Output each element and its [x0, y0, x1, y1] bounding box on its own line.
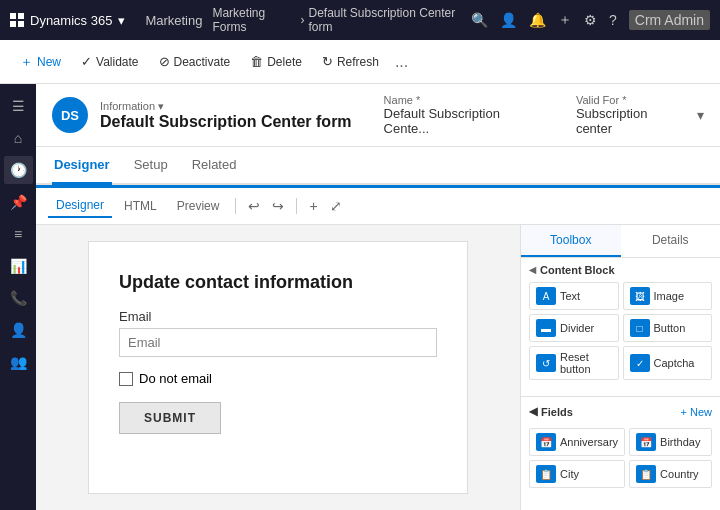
- toolbox-item-divider[interactable]: ▬ Divider: [529, 314, 619, 342]
- content-block-toggle[interactable]: ◀: [529, 265, 536, 275]
- field-validfor-label: Valid For *: [576, 94, 685, 106]
- reset-icon: ↺: [536, 354, 556, 372]
- undo-button[interactable]: ↩: [244, 196, 264, 216]
- form-container: Update contact information Email Do not …: [88, 241, 468, 494]
- toolbox-scroll: ◀ Content Block A Text 🖼 Image: [521, 258, 720, 510]
- new-button[interactable]: ＋ New: [12, 49, 69, 75]
- submit-button[interactable]: SUBMIT: [119, 402, 221, 434]
- refresh-button[interactable]: ↻ Refresh: [314, 50, 387, 73]
- fields-grid: 📅 Anniversary 📅 Birthday 📋 City: [529, 428, 712, 488]
- refresh-icon: ↻: [322, 54, 333, 69]
- grid-icon: [10, 13, 24, 27]
- text-icon: A: [536, 287, 556, 305]
- main-content: DS Information ▾ Default Subscription Ce…: [36, 84, 720, 510]
- fields-header-text: ◀ Fields: [529, 405, 573, 418]
- field-name-value[interactable]: Default Subscription Cente...: [384, 106, 546, 136]
- validate-button[interactable]: ✓ Validate: [73, 50, 146, 73]
- toolbox-tab-toolbox[interactable]: Toolbox: [521, 225, 621, 257]
- top-nav: Dynamics 365 ▾ Marketing Marketing Forms…: [0, 0, 720, 40]
- breadcrumb: Marketing Forms › Default Subscription C…: [212, 6, 471, 34]
- record-info: Information ▾ Default Subscription Cente…: [100, 100, 352, 131]
- sidebar-chart-icon[interactable]: 📊: [4, 252, 33, 280]
- sidebar-group-icon[interactable]: 👥: [4, 348, 33, 376]
- deactivate-icon: ⊘: [159, 54, 170, 69]
- plus-icon[interactable]: ＋: [558, 11, 572, 29]
- do-not-email-checkbox[interactable]: [119, 372, 133, 386]
- sidebar-recent-icon[interactable]: 🕐: [4, 156, 33, 184]
- bell-icon[interactable]: 🔔: [529, 12, 546, 28]
- record-field-validfor: Valid For * Subscription center: [576, 94, 685, 136]
- designer-mode-tab[interactable]: Designer: [48, 194, 112, 218]
- preview-mode-tab[interactable]: Preview: [169, 195, 228, 217]
- html-mode-tab[interactable]: HTML: [116, 195, 165, 217]
- sidebar-list-icon[interactable]: ≡: [8, 220, 28, 248]
- deactivate-button[interactable]: ⊘ Deactivate: [151, 50, 239, 73]
- record-expand-icon[interactable]: ▾: [697, 107, 704, 123]
- new-field-link[interactable]: + New: [681, 406, 713, 418]
- help-icon[interactable]: ?: [609, 12, 617, 28]
- fields-header: ◀ Fields + New: [521, 401, 720, 422]
- tab-designer[interactable]: Designer: [52, 147, 112, 185]
- contact-icon[interactable]: 👤: [500, 12, 517, 28]
- anniversary-icon: 📅: [536, 433, 556, 451]
- tab-setup[interactable]: Setup: [132, 147, 170, 185]
- delete-button[interactable]: 🗑 Delete: [242, 50, 310, 73]
- delete-icon: 🗑: [250, 54, 263, 69]
- tab-related[interactable]: Related: [190, 147, 239, 185]
- captcha-icon: ✓: [630, 354, 650, 372]
- toolbox-item-button[interactable]: □ Button: [623, 314, 713, 342]
- validate-icon: ✓: [81, 54, 92, 69]
- toolbox-divider: [521, 396, 720, 397]
- country-icon: 📋: [636, 465, 656, 483]
- nav-section: Marketing: [135, 13, 212, 28]
- fields-toggle[interactable]: ◀: [529, 405, 537, 418]
- record-type-chevron[interactable]: ▾: [158, 100, 164, 113]
- sidebar-home-icon[interactable]: ⌂: [8, 124, 28, 152]
- sidebar-menu-icon[interactable]: ☰: [6, 92, 31, 120]
- birthday-icon: 📅: [636, 433, 656, 451]
- record-header: DS Information ▾ Default Subscription Ce…: [36, 84, 720, 147]
- button-icon: □: [630, 319, 650, 337]
- nav-icons: 🔍 👤 🔔 ＋ ⚙ ? Crm Admin: [471, 10, 710, 30]
- designer-body: Update contact information Email Do not …: [36, 225, 720, 510]
- redo-button[interactable]: ↪: [268, 196, 288, 216]
- avatar: DS: [52, 97, 88, 133]
- field-validfor-value[interactable]: Subscription center: [576, 106, 685, 136]
- breadcrumb-item2[interactable]: Default Subscription Center form: [308, 6, 470, 34]
- toolbox-item-captcha[interactable]: ✓ Captcha: [623, 346, 713, 380]
- divider-icon: ▬: [536, 319, 556, 337]
- designer-sep1: [235, 198, 236, 214]
- content-block-section: ◀ Content Block A Text 🖼 Image: [521, 258, 720, 392]
- toolbox-item-image[interactable]: 🖼 Image: [623, 282, 713, 310]
- email-group: Email: [119, 309, 437, 357]
- breadcrumb-item1[interactable]: Marketing Forms: [212, 6, 296, 34]
- toolbox-item-country[interactable]: 📋 Country: [629, 460, 712, 488]
- email-input[interactable]: [119, 328, 437, 357]
- settings-icon[interactable]: ⚙: [584, 12, 597, 28]
- toolbox-item-birthday[interactable]: 📅 Birthday: [629, 428, 712, 456]
- record-type: Information ▾: [100, 100, 352, 113]
- record-fields: Name * Default Subscription Cente... Val…: [384, 94, 685, 136]
- record-name: Default Subscription Center form: [100, 113, 352, 131]
- toolbox-panel: Toolbox Details ◀ Content Block A: [520, 225, 720, 510]
- user-badge[interactable]: Crm Admin: [629, 10, 710, 30]
- toolbox-item-anniversary[interactable]: 📅 Anniversary: [529, 428, 625, 456]
- do-not-email-label: Do not email: [139, 371, 212, 386]
- search-icon[interactable]: 🔍: [471, 12, 488, 28]
- toolbox-item-city[interactable]: 📋 City: [529, 460, 625, 488]
- sidebar-pin-icon[interactable]: 📌: [4, 188, 33, 216]
- expand-button[interactable]: ⤢: [326, 196, 346, 216]
- checkbox-group: Do not email: [119, 371, 437, 386]
- nav-logo[interactable]: Dynamics 365 ▾: [10, 13, 135, 28]
- sidebar-person-icon[interactable]: 👤: [4, 316, 33, 344]
- add-element-button[interactable]: +: [305, 196, 321, 216]
- toolbox-item-text[interactable]: A Text: [529, 282, 619, 310]
- section-name[interactable]: Marketing: [145, 13, 202, 28]
- designer-toolbar: Designer HTML Preview ↩ ↪ + ⤢: [36, 188, 720, 225]
- form-canvas: Update contact information Email Do not …: [36, 225, 520, 510]
- more-button[interactable]: ...: [391, 53, 412, 71]
- toolbox-tab-details[interactable]: Details: [621, 225, 721, 257]
- designer-area: Designer HTML Preview ↩ ↪ + ⤢ Update con…: [36, 185, 720, 510]
- sidebar-phone-icon[interactable]: 📞: [4, 284, 33, 312]
- toolbox-item-reset[interactable]: ↺ Reset button: [529, 346, 619, 380]
